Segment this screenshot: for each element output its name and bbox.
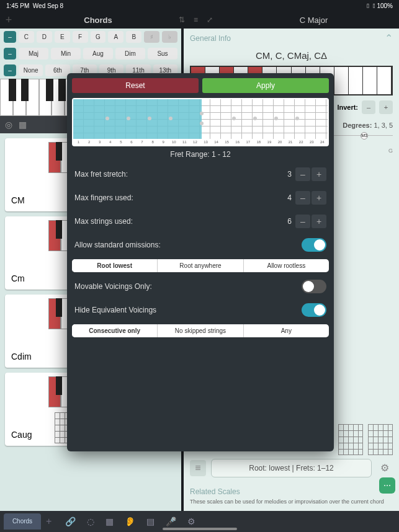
seg-allow-rootless[interactable]: Allow rootless <box>244 259 329 272</box>
omissions-toggle[interactable] <box>302 238 326 252</box>
ext-none[interactable]: None <box>19 64 43 76</box>
key-title: C Major <box>228 16 399 25</box>
note-flat[interactable]: ♭ <box>162 31 177 43</box>
fret-range-selector[interactable]: 123456789101112131415161718192021222324 <box>72 98 329 146</box>
fret-numbers: 123456789101112131415161718192021222324 <box>73 140 328 146</box>
note-row: – C D E F G A B ♯ ♭ <box>0 29 181 45</box>
seg-any[interactable]: Any <box>244 324 329 337</box>
seg-consecutive[interactable]: Consecutive only <box>72 324 158 337</box>
grid-icon[interactable]: ▦ <box>105 516 114 526</box>
chords-title: Chords <box>17 16 179 25</box>
grid-icon[interactable]: ▦ <box>19 120 27 130</box>
fingers-plus[interactable]: + <box>312 191 326 205</box>
link-icon[interactable]: 🔗 <box>65 516 76 526</box>
app-header: + Chords ⇅ ≡ ⤢ C Major <box>0 11 399 29</box>
note-g[interactable]: G <box>91 31 106 43</box>
hide-eq-toggle[interactable] <box>302 303 326 317</box>
filter-icon[interactable]: ≡ <box>190 460 206 476</box>
quality-sus[interactable]: Sus <box>148 48 177 60</box>
related-scales-header[interactable]: Related Scales <box>190 485 393 499</box>
gear-icon[interactable]: ⚙ <box>377 460 393 476</box>
max-stretch-label: Max fret stretch: <box>74 170 128 179</box>
tab-chords[interactable]: Chords <box>4 513 41 530</box>
note-end: G <box>388 148 393 154</box>
expand-icon[interactable]: ⤢ <box>207 16 213 24</box>
voicing-summary[interactable]: Root: lowest | Frets: 1–12 <box>211 459 372 477</box>
chord-label: Cdim <box>11 352 32 361</box>
max-fingers-value: 4 <box>287 193 292 202</box>
status-bar: 1:45 PM Wed Sep 8 􀙇 􀛨 100% <box>0 0 399 11</box>
voicing-diagram[interactable] <box>338 424 363 455</box>
fingers-minus[interactable]: – <box>295 191 310 205</box>
home-indicator <box>163 528 237 530</box>
max-stretch-value: 3 <box>287 170 292 179</box>
note-sharp[interactable]: ♯ <box>144 31 159 43</box>
target-icon[interactable]: ◎ <box>5 120 12 130</box>
degrees-label: Degrees: <box>343 122 372 129</box>
wifi-icon: 􀙇 <box>367 2 369 9</box>
note-a[interactable]: A <box>108 31 123 43</box>
note-e[interactable]: E <box>55 31 70 43</box>
fret-range-label: Fret Range: 1 - 12 <box>72 146 329 162</box>
chord-label: Caug <box>11 430 32 440</box>
add-button[interactable]: + <box>0 14 17 27</box>
strings-minus[interactable]: – <box>295 215 310 228</box>
reset-button[interactable]: Reset <box>72 78 199 93</box>
max-strings-label: Max strings used: <box>74 217 133 226</box>
quality-collapse[interactable]: – <box>4 48 16 60</box>
interval-badge: M3 <box>361 132 368 140</box>
max-strings-value: 6 <box>287 217 292 226</box>
max-fingers-label: Max fingers used: <box>74 193 133 202</box>
quality-min[interactable]: Min <box>51 48 81 60</box>
list-icon[interactable]: ≡ <box>194 16 198 24</box>
note-d[interactable]: D <box>37 31 52 43</box>
strings-plus[interactable]: + <box>312 215 326 228</box>
related-scales-text: These scales can be used for melodies or… <box>190 499 393 505</box>
chevron-up-icon[interactable]: ⌃ <box>385 32 393 44</box>
root-position-segment[interactable]: Root lowest Root anywhere Allow rootless <box>72 259 329 272</box>
book-icon[interactable]: ▤ <box>146 516 155 526</box>
seg-no-skipped[interactable]: No skipped strings <box>158 324 243 337</box>
note-b[interactable]: B <box>126 31 141 43</box>
sort-icon[interactable]: ⇅ <box>179 16 185 24</box>
apply-button[interactable]: Apply <box>202 78 329 93</box>
note-f[interactable]: F <box>73 31 88 43</box>
quality-dim[interactable]: Dim <box>115 48 145 60</box>
stretch-plus[interactable]: + <box>312 167 326 181</box>
quality-aug[interactable]: Aug <box>83 48 113 60</box>
omissions-label: Allow standard omissions: <box>74 241 161 249</box>
voicing-filter-modal: Reset Apply 1234567891011121314151617181… <box>67 73 334 451</box>
general-info-header[interactable]: General Info <box>190 34 231 43</box>
movable-label: Movable Voicings Only: <box>74 282 152 291</box>
note-c[interactable]: C <box>19 31 34 43</box>
ext-6[interactable]: 6th <box>45 64 69 76</box>
quality-maj[interactable]: Maj <box>19 48 48 60</box>
invert-minus[interactable]: – <box>362 100 375 114</box>
ear-icon[interactable]: 👂 <box>125 516 135 526</box>
ext-collapse[interactable]: – <box>4 64 16 76</box>
hide-eq-label: Hide Equivalent Voicings <box>74 306 156 314</box>
degrees-value: 1, 3, 5 <box>374 122 393 129</box>
chord-label: CM <box>11 195 25 205</box>
seg-root-anywhere[interactable]: Root anywhere <box>158 259 243 272</box>
string-skip-segment[interactable]: Consecutive only No skipped strings Any <box>72 324 329 337</box>
note-collapse[interactable]: – <box>4 31 16 43</box>
invert-plus[interactable]: + <box>379 100 393 114</box>
stretch-minus[interactable]: – <box>295 167 310 181</box>
seg-root-lowest[interactable]: Root lowest <box>72 259 158 272</box>
settings-icon[interactable]: ⚙ <box>187 516 195 526</box>
battery-icon: 􀛨 100% <box>373 2 393 9</box>
movable-toggle[interactable] <box>302 280 326 293</box>
chord-names: CM, C, CMaj, CΔ <box>184 48 399 66</box>
play-button[interactable]: ⋯ <box>379 477 395 494</box>
chord-label: Cm <box>11 273 25 283</box>
tab-add[interactable]: + <box>41 516 56 527</box>
invert-label: Invert: <box>337 104 358 111</box>
circle-icon[interactable]: ◌ <box>87 516 94 526</box>
voicing-diagram[interactable] <box>368 424 393 455</box>
mic-icon[interactable]: 🎤 <box>166 516 176 526</box>
